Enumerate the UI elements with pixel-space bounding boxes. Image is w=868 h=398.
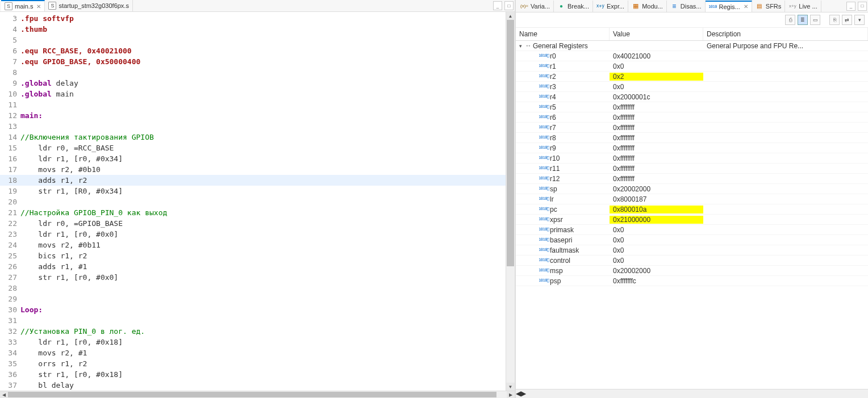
register-row[interactable]: r20x2 — [516, 72, 868, 82]
register-row[interactable]: r10x0 — [516, 61, 868, 72]
register-group-row[interactable]: ▾꘎꘎General RegistersGeneral Purpose and … — [516, 41, 868, 51]
maximize-button[interactable]: □ — [858, 2, 867, 11]
code-area[interactable]: .fpu softvfp.thumb.equ RCC_BASE, 0x40021… — [19, 12, 506, 391]
register-row[interactable]: primask0x0 — [516, 225, 868, 235]
code-line[interactable]: .equ RCC_BASE, 0x40021000 — [19, 45, 506, 56]
column-header-name[interactable]: Name — [516, 28, 610, 40]
register-value[interactable]: 0x21000000 — [610, 216, 703, 224]
debug-view-tab[interactable]: Varia... — [517, 1, 554, 12]
code-line[interactable] — [19, 67, 506, 78]
scroll-left-arrow-icon[interactable]: ◀ — [0, 391, 8, 398]
register-value[interactable]: 0x2000001c — [610, 93, 703, 101]
register-row[interactable]: r70xffffffff — [516, 123, 868, 133]
code-line[interactable]: main: — [19, 110, 506, 121]
register-value[interactable]: 0xffffffff — [610, 103, 703, 111]
register-value[interactable]: 0xffffffff — [610, 154, 703, 162]
scroll-up-arrow-icon[interactable]: ▲ — [506, 12, 515, 20]
register-value[interactable]: 0x2 — [610, 73, 703, 81]
register-value[interactable]: 0x20002000 — [610, 267, 703, 275]
register-row[interactable]: xpsr0x21000000 — [516, 215, 868, 225]
toolbar-button[interactable]: ⇄ — [842, 15, 852, 25]
register-row[interactable]: r50xffffffff — [516, 102, 868, 112]
code-line[interactable] — [19, 283, 506, 294]
code-line[interactable]: ldr r1, [r0, #0x34] — [19, 153, 506, 164]
register-row[interactable]: pc0x800010a — [516, 204, 868, 215]
editor-horizontal-scrollbar[interactable]: ◀ ▶ — [0, 391, 515, 398]
editor-tab[interactable]: main.s✕ — [1, 0, 45, 11]
register-value[interactable]: 0x40021000 — [610, 52, 703, 60]
scrollbar-thumb[interactable] — [507, 20, 514, 266]
close-icon[interactable]: ✕ — [744, 3, 748, 10]
minimize-button[interactable]: _ — [846, 2, 856, 11]
code-line[interactable]: .global delay — [19, 78, 506, 89]
expand-icon[interactable]: ▾ — [519, 43, 525, 49]
scrollbar-thumb[interactable] — [8, 392, 496, 397]
editor-vertical-scrollbar[interactable]: ▲ ▼ — [506, 12, 515, 391]
code-line[interactable] — [19, 99, 506, 110]
code-line[interactable]: //Настройка GPIOB_PIN_0 как выход — [19, 207, 506, 218]
register-row[interactable]: r90xffffffff — [516, 143, 868, 153]
scroll-right-arrow-icon[interactable]: ▶ — [507, 391, 515, 398]
register-value[interactable]: 0xffffffff — [610, 144, 703, 152]
debug-view-tab[interactable]: Regis...✕ — [706, 1, 752, 12]
maximize-button[interactable]: □ — [504, 1, 514, 10]
code-line[interactable]: adds r1, #1 — [19, 261, 506, 272]
toolbar-button[interactable]: ⎙ — [785, 15, 795, 25]
code-line[interactable]: str r1, [r0, #0x18] — [19, 369, 506, 380]
code-line[interactable]: ldr r0, =RCC_BASE — [19, 143, 506, 153]
register-value[interactable]: 0xfffffffc — [610, 277, 703, 285]
register-row[interactable]: basepri0x0 — [516, 235, 868, 245]
registers-table[interactable]: ▾꘎꘎General RegistersGeneral Purpose and … — [516, 41, 868, 389]
column-header-value[interactable]: Value — [610, 28, 703, 40]
code-line[interactable]: movs r2, #0b11 — [19, 240, 506, 250]
code-line[interactable] — [19, 294, 506, 304]
register-value[interactable]: 0xffffffff — [610, 134, 703, 142]
register-value[interactable]: 0x0 — [610, 236, 703, 244]
debug-view-tab[interactable]: Live ... — [785, 1, 821, 12]
scroll-left-arrow-icon[interactable]: ◀ — [516, 389, 521, 398]
toolbar-button[interactable]: ⎘ — [829, 15, 840, 25]
code-line[interactable]: bl delay — [19, 380, 506, 391]
code-line[interactable] — [19, 35, 506, 45]
register-row[interactable]: r100xffffffff — [516, 153, 868, 164]
register-value[interactable]: 0xffffffff — [610, 114, 703, 122]
debug-view-tab[interactable]: Modu... — [628, 1, 667, 12]
code-line[interactable]: bics r1, r2 — [19, 250, 506, 261]
scroll-down-arrow-icon[interactable]: ▼ — [506, 383, 515, 391]
register-row[interactable]: control0x0 — [516, 255, 868, 266]
code-line[interactable]: Loop: — [19, 304, 506, 315]
register-row[interactable]: sp0x20002000 — [516, 184, 868, 194]
code-line[interactable]: str r1, [R0, #0x34] — [19, 186, 506, 196]
editor-tab[interactable]: startup_stm32g030f6px.s — [45, 0, 133, 11]
register-row[interactable]: r60xffffffff — [516, 112, 868, 123]
register-row[interactable]: r30x0 — [516, 82, 868, 92]
column-header-description[interactable]: Description — [703, 28, 868, 40]
register-value[interactable]: 0x0 — [610, 226, 703, 234]
register-value[interactable]: 0x8000187 — [610, 195, 703, 203]
toolbar-button[interactable]: ≣ — [798, 15, 808, 25]
debug-view-tab[interactable]: Expr... — [593, 1, 628, 12]
registers-horizontal-scrollbar[interactable]: ◀ ▶ — [516, 389, 868, 398]
register-row[interactable]: psp0xfffffffc — [516, 276, 868, 286]
code-line[interactable]: .fpu softvfp — [19, 13, 506, 24]
code-line[interactable]: //Включения тактирования GPIOB — [19, 132, 506, 143]
code-line[interactable]: ldr r0, =GPIOB_BASE — [19, 218, 506, 229]
code-line[interactable] — [19, 315, 506, 326]
code-line[interactable]: .equ GPIOB_BASE, 0x50000400 — [19, 56, 506, 67]
register-row[interactable]: lr0x8000187 — [516, 194, 868, 204]
register-value[interactable]: 0x0 — [610, 83, 703, 91]
register-row[interactable]: faultmask0x0 — [516, 245, 868, 255]
register-row[interactable]: r120xffffffff — [516, 174, 868, 184]
code-line[interactable]: str r1, [r0, #0x0] — [19, 272, 506, 283]
code-line[interactable]: adds r1, r2 — [19, 175, 506, 186]
register-row[interactable]: msp0x20002000 — [516, 266, 868, 276]
code-line[interactable] — [19, 121, 506, 132]
code-line[interactable]: .global main — [19, 89, 506, 99]
register-row[interactable]: r80xffffffff — [516, 133, 868, 143]
register-value[interactable]: 0x0 — [610, 257, 703, 265]
register-value[interactable]: 0x0 — [610, 62, 703, 70]
close-icon[interactable]: ✕ — [36, 3, 41, 10]
code-line[interactable]: .thumb — [19, 24, 506, 35]
code-line[interactable]: movs r2, #1 — [19, 347, 506, 358]
debug-view-tab[interactable]: SFRs — [752, 1, 786, 12]
